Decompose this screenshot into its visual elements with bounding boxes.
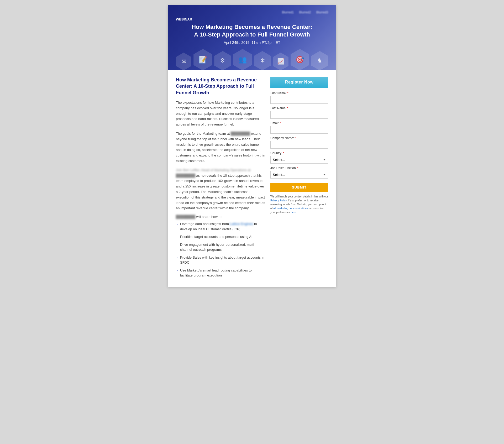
page-container: Blurred1 Blurred2 Blurred3 WEBINAR How M… bbox=[168, 5, 336, 287]
register-now-button[interactable]: Register Now bbox=[270, 77, 328, 88]
email-group: Email:* bbox=[270, 121, 328, 134]
first-name-group: First Name:* bbox=[270, 91, 328, 104]
country-select[interactable]: Select... United States United Kingdom C… bbox=[270, 156, 328, 164]
first-name-input[interactable] bbox=[270, 96, 328, 104]
privacy-notice: We will handle your contact details in l… bbox=[270, 195, 328, 214]
registration-form: Register Now First Name:* Last Name:* Em… bbox=[270, 77, 328, 281]
list-item: Provide Sales with key insights about ta… bbox=[176, 255, 265, 265]
privacy-policy-link[interactable]: Privacy Policy bbox=[270, 199, 287, 202]
job-role-label: Job Role/Function:* bbox=[270, 166, 328, 170]
hex-icon-8: ♞ bbox=[311, 51, 328, 70]
all-marketing-link[interactable]: all marketing communications bbox=[273, 207, 308, 210]
company-input[interactable] bbox=[270, 141, 328, 149]
banner-nav: Blurred1 Blurred2 Blurred3 bbox=[176, 11, 328, 14]
nav-link-3[interactable]: Blurred3 bbox=[316, 11, 328, 14]
main-content: How Marketing Becomes a Revenue Center: … bbox=[168, 70, 336, 287]
email-input[interactable] bbox=[270, 126, 328, 134]
hex-icon-row: ✉ 📝 ⚙ 👥 ❄ 📈 🎯 ♞ bbox=[176, 49, 328, 70]
hex-icon-1: ✉ bbox=[176, 53, 191, 70]
country-group: Country:* Select... United States United… bbox=[270, 151, 328, 164]
will-share-heading: ████████ will share how to: bbox=[176, 215, 265, 219]
job-role-group: Job Role/Function:* Select... Marketing … bbox=[270, 166, 328, 179]
content-title: How Marketing Becomes a Revenue Center: … bbox=[176, 77, 265, 96]
blurred-company-1: ████████ bbox=[231, 132, 250, 135]
nav-link-2[interactable]: Blurred2 bbox=[299, 11, 311, 14]
email-label: Email:* bbox=[270, 121, 328, 125]
banner-date: April 24th, 2019, 11am PT/2pm ET bbox=[176, 40, 328, 45]
banner: Blurred1 Blurred2 Blurred3 WEBINAR How M… bbox=[168, 5, 336, 70]
last-name-group: Last Name:* bbox=[270, 106, 328, 119]
hex-icon-7: 🎯 bbox=[291, 49, 309, 70]
list-item: Drive engagement with hyper-personalized… bbox=[176, 242, 265, 252]
webinar-label: WEBINAR bbox=[176, 17, 328, 21]
blurred-company-2: ████████ bbox=[176, 215, 195, 219]
preferences-link[interactable]: here bbox=[291, 211, 296, 214]
country-label: Country:* bbox=[270, 151, 328, 155]
company-label: Company Name:* bbox=[270, 136, 328, 140]
first-name-label: First Name:* bbox=[270, 91, 328, 95]
banner-title: How Marketing Becomes a Revenue Center: … bbox=[176, 23, 328, 38]
para-1: The expectations for how Marketing contr… bbox=[176, 100, 265, 127]
last-name-input[interactable] bbox=[270, 111, 328, 119]
list-item: Leverage data and insights from Lattice … bbox=[176, 221, 265, 232]
hex-icon-6: 📈 bbox=[273, 53, 288, 70]
company-group: Company Name:* bbox=[270, 136, 328, 149]
left-column: How Marketing Becomes a Revenue Center: … bbox=[176, 77, 265, 281]
hex-icon-3: ⚙ bbox=[214, 51, 231, 70]
blurred-product: Lattice Engines bbox=[230, 222, 253, 226]
para-3: Join Ben Leffler, Head of Marketing Oper… bbox=[176, 168, 265, 211]
bullet-list: Leverage data and insights from Lattice … bbox=[176, 221, 265, 278]
list-item: Use Marketo's smart lead routing capabil… bbox=[176, 268, 265, 278]
hex-icon-5: ❄ bbox=[254, 51, 271, 70]
para-2: The goals for the Marketing team at ████… bbox=[176, 131, 265, 164]
submit-button[interactable]: SUBMIT bbox=[270, 183, 328, 192]
hex-icon-4: 👥 bbox=[233, 49, 252, 70]
list-item: Prioritize target accounts and personas … bbox=[176, 234, 265, 239]
nav-link-1[interactable]: Blurred1 bbox=[282, 11, 294, 14]
job-role-select[interactable]: Select... Marketing Sales Operations Exe… bbox=[270, 171, 328, 179]
last-name-label: Last Name:* bbox=[270, 106, 328, 110]
hex-icon-2: 📝 bbox=[193, 49, 212, 70]
